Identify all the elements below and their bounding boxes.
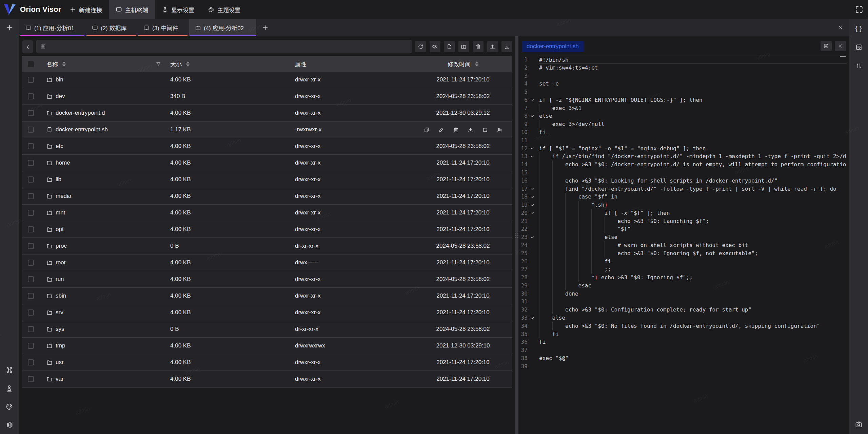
file-row-run[interactable]: run4.00 KBdrwxr-xr-x2024-05-28 23:58:02 [22,271,512,288]
toolbar-delete-button[interactable] [473,41,484,52]
terminal-tab-3[interactable]: (3) 中间件 [138,19,188,36]
row-name-cell[interactable]: usr [39,359,163,366]
file-row-opt[interactable]: opt4.00 KBdrwxr-xr-x2021-11-24 17:20:10 [22,221,512,238]
sidebar-new-tab-button[interactable] [0,19,19,36]
row-name-cell[interactable]: etc [39,143,163,150]
row-action-rename-button[interactable] [438,127,444,133]
row-name-cell[interactable]: sys [39,326,163,333]
row-name-cell[interactable]: home [39,159,163,166]
fold-chevron-icon[interactable] [530,235,535,240]
fold-chevron-icon[interactable] [530,203,535,208]
menu-item-new-connection[interactable]: 新建连接 [63,0,109,19]
size-sort-icon[interactable] [186,61,190,67]
header-name[interactable]: 名称 [39,60,163,68]
row-name-cell[interactable]: opt [39,226,163,233]
toolbar-upload-button[interactable] [487,41,498,52]
fold-chevron-icon[interactable] [530,154,535,159]
file-row-dev[interactable]: dev340 Bdrwxr-xr-x2024-05-28 23:58:02 [22,88,512,105]
file-row-tmp[interactable]: tmp4.00 KBdrwxrwxrwx2021-12-30 03:29:10 [22,338,512,354]
row-name-cell[interactable]: tmp [39,342,163,349]
row-checkbox[interactable] [28,93,34,99]
file-row-usr[interactable]: usr4.00 KBdrwxr-xr-x2021-11-24 17:20:10 [22,354,512,371]
toolbar-new-folder-button[interactable] [458,41,469,52]
file-row-root[interactable]: root4.00 KBdrwx------2021-11-24 17:20:10 [22,254,512,271]
row-checkbox[interactable] [28,343,34,349]
row-action-download-button[interactable] [468,127,473,133]
file-row-media[interactable]: media4.00 KBdrwxr-xr-x2021-11-24 17:20:1… [22,188,512,205]
row-checkbox[interactable] [28,127,34,133]
row-name-cell[interactable]: sbin [39,293,163,299]
row-name-cell[interactable]: bin [39,76,163,83]
row-checkbox[interactable] [28,210,34,216]
back-button[interactable] [22,40,33,53]
file-row-var[interactable]: var4.00 KBdrwxr-xr-x2021-11-24 17:20:10 [22,371,512,388]
row-action-delete-button[interactable] [453,127,459,133]
row-name-cell[interactable]: docker-entrypoint.sh [39,126,163,133]
right-sidebar-editor-panel-button[interactable] [849,38,868,56]
menu-item-display-settings[interactable]: 显示设置 [155,0,201,19]
app-logo[interactable]: Orion Visor [3,0,61,19]
row-checkbox[interactable] [28,293,34,299]
file-row-docker-entrypoint.sh[interactable]: docker-entrypoint.sh1.17 KB-rwxrwxr-x [22,121,512,138]
fold-chevron-icon[interactable] [530,97,535,102]
path-input[interactable] [49,43,408,50]
terminal-tab-4[interactable]: (4) 应用-分析02 [189,19,256,36]
row-name-cell[interactable]: srv [39,309,163,316]
new-tab-button[interactable] [258,19,273,36]
fullscreen-icon[interactable] [855,5,864,14]
terminal-tab-2[interactable]: (2) 数据库 [86,19,136,36]
row-name-cell[interactable]: mnt [39,209,163,216]
code-area[interactable]: 1#!/bin/sh2# vim:sw=4:ts=4:et34set -e56i… [518,56,847,434]
terminal-tab-1[interactable]: (1) 应用-分析01 [20,19,85,36]
row-checkbox[interactable] [28,77,34,83]
close-all-tabs-button[interactable] [835,19,846,36]
menu-item-host-terminal[interactable]: 主机终端 [109,0,155,19]
row-checkbox[interactable] [28,143,34,149]
file-row-srv[interactable]: srv4.00 KBdrwxr-xr-x2021-11-24 17:20:10 [22,304,512,321]
header-size[interactable]: 大小 [163,60,288,68]
row-name-cell[interactable]: lib [39,176,163,183]
path-list-icon[interactable] [40,44,46,49]
fold-chevron-icon[interactable] [530,114,535,119]
row-checkbox[interactable] [28,359,34,365]
name-filter-icon[interactable] [156,61,161,67]
file-row-sys[interactable]: sys0 Bdr-xr-xr-x2024-05-28 23:58:02 [22,321,512,338]
row-action-permission-button[interactable] [497,127,502,133]
toolbar-preview-button[interactable] [430,41,440,52]
sidebar-shortcuts-button[interactable] [0,361,19,379]
row-name-cell[interactable]: root [39,259,163,266]
row-checkbox[interactable] [28,193,34,199]
file-row-sbin[interactable]: sbin4.00 KBdrwxr-xr-x2021-11-24 17:20:10 [22,288,512,304]
right-sidebar-transfer-list-button[interactable] [849,56,868,75]
editor-file-tab[interactable]: docker-entrypoint.sh [522,41,584,52]
fold-chevron-icon[interactable] [530,186,535,191]
sidebar-theme-button[interactable] [0,397,19,416]
file-row-bin[interactable]: bin4.00 KBdrwxr-xr-x2021-11-24 17:20:10 [22,72,512,88]
menu-item-theme-settings[interactable]: 主题设置 [201,0,247,19]
toolbar-refresh-button[interactable] [415,41,426,52]
row-action-copy-button[interactable] [424,127,430,133]
row-checkbox[interactable] [28,309,34,316]
fold-chevron-icon[interactable] [530,146,535,151]
mtime-sort-icon[interactable] [475,61,478,67]
save-button[interactable] [821,41,832,51]
editor-close-button[interactable] [835,41,846,51]
row-name-cell[interactable]: var [39,376,163,382]
row-name-cell[interactable]: proc [39,243,163,249]
panel-resize-handle[interactable] [515,36,518,434]
row-checkbox[interactable] [28,376,34,382]
right-sidebar-json-button[interactable]: {} [849,19,868,38]
row-name-cell[interactable]: media [39,193,163,200]
row-checkbox[interactable] [28,260,34,266]
row-name-cell[interactable]: dev [39,93,163,100]
row-checkbox[interactable] [28,276,34,282]
fold-chevron-icon[interactable] [530,316,535,321]
toolbar-new-file-button[interactable] [444,41,455,52]
row-checkbox[interactable] [28,176,34,183]
file-row-home[interactable]: home4.00 KBdrwxr-xr-x2021-11-24 17:20:10 [22,155,512,171]
name-sort-icon[interactable] [62,61,66,67]
file-row-mnt[interactable]: mnt4.00 KBdrwxr-xr-x2021-11-24 17:20:10 [22,205,512,221]
sidebar-settings-button[interactable] [0,416,19,434]
row-checkbox[interactable] [28,160,34,166]
fold-chevron-icon[interactable] [530,210,535,215]
